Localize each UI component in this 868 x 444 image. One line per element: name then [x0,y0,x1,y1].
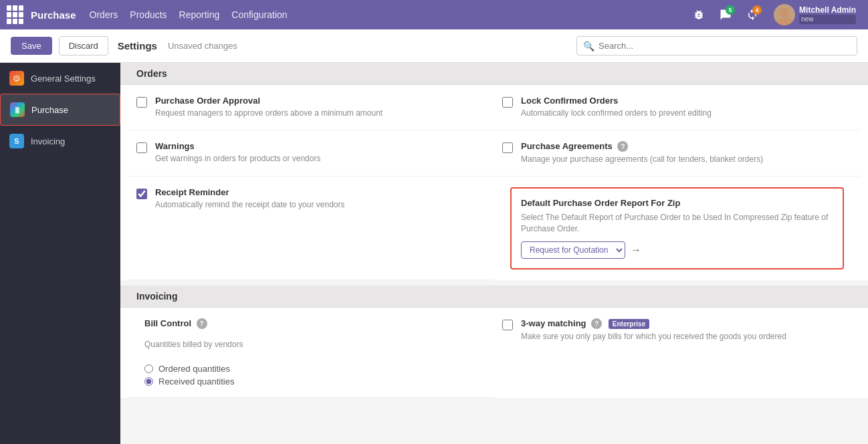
purchase-agreements-checkbox[interactable] [502,142,513,153]
discard-button[interactable]: Discard [59,36,108,56]
settings-label: Settings [118,40,157,51]
receipt-reminder-content: Receipt Reminder Automatically remind th… [155,187,486,211]
purchase-order-approval-desc: Request managers to approve orders above… [155,108,486,119]
radio-ordered-label: Ordered quantities [158,364,230,374]
main-layout: ⚙ General Settings ▓ Purchase S Invoicin… [0,63,868,444]
purchase-order-approval-checkbox[interactable] [136,97,147,108]
action-bar: Save Discard Settings Unsaved changes 🔍 [0,29,868,63]
warnings-desc: Get warnings in orders for products or v… [155,153,486,164]
purchase-agreements-content: Purchase Agreements ? Manage your purcha… [521,141,852,165]
radio-ordered[interactable]: Ordered quantities [144,364,234,374]
invoicing-settings-grid: Bill Control ? Quantities billed by vend… [128,308,860,399]
svg-point-0 [780,7,789,17]
sidebar-label-purchase: Purchase [31,105,68,115]
invoicing-icon: S [9,134,24,148]
unsaved-changes-label: Unsaved changes [168,41,237,51]
lock-confirmed-orders-content: Lock Confirmed Orders Automatically lock… [521,96,852,119]
highlight-box-container: Default Purchase Order Report For Zip Se… [494,177,860,280]
lock-confirmed-orders-title: Lock Confirmed Orders [521,96,852,106]
setting-purchase-order-approval: Purchase Order Approval Request managers… [128,85,494,130]
invoicing-section-header: Invoicing [120,286,868,308]
update-icon-btn[interactable]: 4 [742,4,763,25]
user-name: Mitchell Admin [799,5,856,15]
report-type-select[interactable]: Request for Quotation Purchase Order [521,241,625,259]
warnings-content: Warnings Get warnings in orders for prod… [155,141,486,164]
app-grid-icon[interactable] [7,5,25,24]
nav-orders[interactable]: Orders [90,9,118,20]
purchase-agreements-desc: Manage your purchase agreements (call fo… [521,154,852,165]
nav-reporting[interactable]: Reporting [179,9,220,20]
three-way-matching-content: 3-way matching ? Enterprise Make sure yo… [521,318,852,342]
bug-icon-btn[interactable] [688,4,710,25]
content-area: Orders Purchase Order Approval Request m… [120,63,868,444]
update-badge: 4 [752,5,762,15]
radio-received[interactable]: Received quantities [144,376,234,386]
setting-purchase-agreements: Purchase Agreements ? Manage your purcha… [494,130,860,177]
user-info: Mitchell Admin new [799,5,856,24]
sidebar-label-invoicing: Invoicing [31,136,65,146]
purchase-agreements-title: Purchase Agreements ? [521,141,852,152]
app-name[interactable]: Purchase [31,9,76,21]
save-button[interactable]: Save [11,37,52,55]
svg-point-1 [776,17,792,25]
top-navigation: Purchase Orders Products Reporting Confi… [0,0,868,29]
nav-configuration[interactable]: Configuration [231,9,287,20]
orders-section-header: Orders [120,63,868,85]
radio-ordered-input[interactable] [144,364,153,373]
sidebar-label-general: General Settings [31,74,96,84]
nav-links: Orders Products Reporting Configuration [90,9,689,20]
default-report-zip-title: Default Purchase Order Report For Zip [521,198,833,208]
setting-receipt-reminder: Receipt Reminder Automatically remind th… [128,177,494,280]
general-settings-icon: ⚙ [9,71,24,86]
radio-received-label: Received quantities [158,376,234,386]
default-report-zip-box: Default Purchase Order Report For Zip Se… [510,187,844,269]
three-way-matching-desc: Make sure you only pay bills for which y… [521,331,852,342]
chat-icon-btn[interactable]: 5 [715,4,736,25]
purchase-order-approval-content: Purchase Order Approval Request managers… [155,96,486,119]
sidebar: ⚙ General Settings ▓ Purchase S Invoicin… [0,63,120,444]
enterprise-badge: Enterprise [609,319,649,329]
sidebar-item-general-settings[interactable]: ⚙ General Settings [0,63,120,94]
purchase-order-approval-title: Purchase Order Approval [155,96,486,106]
bill-control-help-icon[interactable]: ? [197,318,207,329]
three-way-matching-checkbox[interactable] [502,320,513,330]
sidebar-item-invoicing[interactable]: S Invoicing [0,126,120,156]
radio-received-input[interactable] [144,377,153,386]
setting-lock-confirmed-orders: Lock Confirmed Orders Automatically lock… [494,85,860,130]
purchase-agreements-help-icon[interactable]: ? [617,141,628,152]
sidebar-item-purchase[interactable]: ▓ Purchase [0,94,120,126]
receipt-reminder-desc: Automatically remind the receipt date to… [155,199,486,211]
right-icons: 5 4 Mitchell Admin new [688,1,861,28]
setting-warnings: Warnings Get warnings in orders for prod… [128,130,494,177]
orders-settings-body: Purchase Order Approval Request managers… [120,85,868,280]
three-way-matching-title: 3-way matching ? Enterprise [521,318,852,330]
lock-confirmed-orders-checkbox[interactable] [502,97,513,108]
lock-confirmed-orders-desc: Automatically lock confirmed orders to p… [521,108,852,119]
setting-bill-control: Bill Control ? Quantities billed by vend… [128,308,494,399]
search-input[interactable] [576,36,857,56]
bill-control-title: Bill Control ? [144,318,207,330]
orders-settings-grid: Purchase Order Approval Request managers… [128,85,860,280]
bill-control-desc: Quantities billed by vendors [144,340,243,349]
report-arrow-button[interactable]: → [631,244,641,256]
receipt-reminder-checkbox[interactable] [136,189,147,199]
setting-three-way-matching: 3-way matching ? Enterprise Make sure yo… [494,308,860,399]
nav-products[interactable]: Products [130,9,167,20]
warnings-title: Warnings [155,141,486,151]
warnings-checkbox[interactable] [136,142,147,153]
search-container: 🔍 [576,36,857,56]
receipt-reminder-title: Receipt Reminder [155,187,486,197]
search-icon: 🔍 [583,41,594,51]
chat-badge: 5 [726,5,735,15]
avatar [774,4,795,25]
invoicing-settings-body: Bill Control ? Quantities billed by vend… [120,308,868,399]
dropdown-row: Request for Quotation Purchase Order → [521,241,833,259]
user-menu[interactable]: Mitchell Admin new [768,1,861,28]
three-way-help-icon[interactable]: ? [591,318,602,329]
bill-control-radio-group: Ordered quantities Received quantities [144,364,234,386]
purchase-icon: ▓ [10,102,25,117]
default-report-zip-desc: Select The Default Report of Purchase Or… [521,212,833,235]
user-tag: new [799,15,856,24]
